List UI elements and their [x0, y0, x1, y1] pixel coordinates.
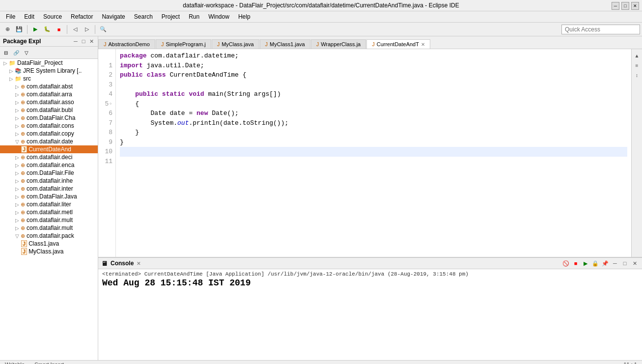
- tree-type-icon: ⊕: [21, 131, 25, 137]
- tree-item-17[interactable]: ▷⊕com.DataFlair.Java: [0, 193, 98, 200]
- tree-item-15[interactable]: ▷⊕com.dataflair.inhe: [0, 177, 98, 185]
- console-pin-button[interactable]: 📌: [601, 259, 610, 268]
- tree-type-icon: ⊕: [21, 139, 25, 145]
- editor-tab-3[interactable]: JMyClass1.java: [260, 39, 310, 49]
- tree-item-label: com.dataflair.abst: [27, 83, 73, 90]
- console-minimize-button[interactable]: ─: [611, 259, 619, 268]
- toolbar-new-button[interactable]: ⊕: [2, 24, 13, 35]
- pe-link-button[interactable]: 🔗: [11, 48, 21, 57]
- tree-arrow-icon: ▷: [15, 218, 19, 223]
- editor-tab-0[interactable]: JAbstractionDemo: [98, 39, 155, 49]
- tree-item-16[interactable]: ▷⊕com.dataflair.inter: [0, 185, 98, 193]
- tree-item-21[interactable]: ▷⊕com.dataflair.mult: [0, 224, 98, 232]
- main-layout: Package Expl ─ □ ✕ ⊟ 🔗 ▽ ▷📁DataFlair_Pro…: [0, 36, 642, 360]
- window-controls: ─ □ ✕: [612, 2, 639, 10]
- menu-item-file[interactable]: File: [2, 12, 19, 21]
- console-stop-button[interactable]: ■: [571, 259, 580, 268]
- minimize-button[interactable]: ─: [612, 2, 619, 10]
- panel-close-button[interactable]: ✕: [88, 38, 95, 45]
- tree-item-label: com.DataFlair.Cha: [27, 114, 75, 121]
- editor-tab-2[interactable]: JMyClass.java: [212, 39, 259, 49]
- toolbar-separator-3: [95, 25, 95, 34]
- tab-close-icon[interactable]: ✕: [421, 42, 425, 47]
- tree-type-icon: 📁: [15, 76, 22, 82]
- tree-item-22[interactable]: ▽⊕com.dataflair.pack: [0, 232, 98, 240]
- menu-item-project[interactable]: Project: [158, 12, 184, 21]
- console-icon: 🖥: [101, 260, 108, 267]
- tree-item-label: Class1.java: [28, 240, 59, 247]
- toolbar-stop-button[interactable]: ■: [54, 24, 64, 35]
- menu-item-help[interactable]: Help: [234, 12, 254, 21]
- editor-tab-5[interactable]: JCurrentDateAndT✕: [366, 39, 430, 49]
- tree-item-2[interactable]: ▷📁src: [0, 75, 98, 83]
- tree-item-14[interactable]: ▷⊕com.DataFlair.File: [0, 169, 98, 177]
- pe-collapse-button[interactable]: ⊟: [1, 48, 11, 57]
- tree-item-label: com.dataflair.mult: [27, 224, 73, 231]
- right-sidebar-btn-1[interactable]: ▲: [633, 51, 642, 60]
- tree-item-0[interactable]: ▷📁DataFlair_Project: [0, 59, 98, 67]
- tree-type-icon: ⊕: [21, 91, 25, 98]
- toolbar-back-button[interactable]: ◁: [70, 24, 81, 35]
- toolbar-debug-button[interactable]: 🐛: [42, 24, 53, 35]
- console-scroll-lock-button[interactable]: 🔒: [591, 259, 600, 268]
- tree-item-8[interactable]: ▷⊕com.dataflair.cons: [0, 122, 98, 130]
- toolbar-forward-button[interactable]: ▷: [82, 24, 92, 35]
- menu-item-source[interactable]: Source: [39, 12, 66, 21]
- console-run-button[interactable]: ▶: [581, 259, 590, 268]
- tree-item-13[interactable]: ▷⊕com.dataflair.enca: [0, 161, 98, 169]
- tree-item-24[interactable]: JMyClass.java: [0, 248, 98, 255]
- maximize-button[interactable]: □: [621, 2, 629, 10]
- tree-item-7[interactable]: ▷⊕com.DataFlair.Cha: [0, 114, 98, 122]
- tree-arrow-icon: ▽: [15, 139, 19, 144]
- tree-item-1[interactable]: ▷📚JRE System Library [..: [0, 67, 98, 75]
- tree-item-label: com.dataflair.enca: [27, 162, 74, 168]
- menu-item-navigate[interactable]: Navigate: [98, 12, 129, 21]
- tree-type-icon: J: [21, 248, 27, 255]
- console-maximize-button[interactable]: □: [620, 259, 629, 268]
- tree-item-label: com.dataflair.copy: [27, 130, 74, 137]
- tree-item-label: com.dataflair.mult: [27, 217, 73, 224]
- tree-type-icon: ⊕: [21, 178, 25, 184]
- tree-item-11[interactable]: JCurrentDateAnd: [0, 145, 98, 153]
- panel-minimize-button[interactable]: ─: [72, 38, 79, 45]
- tree-arrow-icon: ▷: [15, 115, 19, 121]
- tree-item-5[interactable]: ▷⊕com.dataflair.asso: [0, 98, 98, 106]
- tree-item-10[interactable]: ▽⊕com.dataflair.date: [0, 138, 98, 145]
- tree-item-6[interactable]: ▷⊕com.dataflair.bubl: [0, 106, 98, 114]
- tree-item-3[interactable]: ▷⊕com.dataflair.abst: [0, 83, 98, 90]
- tree-item-9[interactable]: ▷⊕com.dataflair.copy: [0, 130, 98, 138]
- editor-tab-1[interactable]: JSimpleProgram.j: [156, 39, 211, 49]
- tree-type-icon: J: [21, 146, 27, 153]
- pe-filter-button[interactable]: ▽: [22, 48, 31, 57]
- tree-item-19[interactable]: ▷⊕com.dataflair.metl: [0, 208, 98, 216]
- toolbar-run-button[interactable]: ▶: [30, 24, 41, 35]
- right-sidebar-btn-3[interactable]: ↕: [633, 71, 642, 80]
- menu-item-refactor[interactable]: Refactor: [67, 12, 97, 21]
- panel-maximize-button[interactable]: □: [80, 38, 87, 45]
- tree-arrow-icon: ▷: [15, 131, 19, 137]
- menu-item-search[interactable]: Search: [130, 12, 157, 21]
- right-sidebar-btn-2[interactable]: ≡: [633, 61, 642, 70]
- tree-arrow-icon: ▷: [15, 108, 19, 113]
- right-sidebar: ▲ ≡ ↕: [631, 49, 642, 257]
- tree-item-12[interactable]: ▷⊕com.dataflair.deci: [0, 153, 98, 161]
- menu-item-window[interactable]: Window: [204, 12, 233, 21]
- console-close-button[interactable]: ✕: [630, 259, 639, 268]
- menu-item-run[interactable]: Run: [185, 12, 203, 21]
- console-clear-button[interactable]: 🚫: [561, 259, 570, 268]
- code-editor: 1 2 3 4 5◦ 6 7 8 9 10 11 package com.dat…: [98, 49, 642, 257]
- tree-item-18[interactable]: ▷⊕com.dataflair.liter: [0, 200, 98, 208]
- tree-item-23[interactable]: JClass1.java: [0, 240, 98, 248]
- tree-item-label: com.dataflair.date: [27, 138, 73, 145]
- tree-arrow-icon: ▷: [15, 225, 19, 231]
- menu-item-edit[interactable]: Edit: [20, 12, 38, 21]
- quick-access-input[interactable]: [561, 25, 640, 34]
- tree-item-20[interactable]: ▷⊕com.dataflair.mult: [0, 216, 98, 224]
- toolbar-save-button[interactable]: 💾: [14, 24, 25, 35]
- code-content[interactable]: package com.dataflair.datetime; import j…: [116, 49, 631, 257]
- close-button[interactable]: ✕: [631, 2, 639, 10]
- tree-item-4[interactable]: ▷⊕com.dataflair.arra: [0, 90, 98, 98]
- toolbar-search-button[interactable]: 🔍: [98, 24, 109, 35]
- editor-tab-4[interactable]: JWrapperClass.ja: [311, 39, 366, 49]
- tree-arrow-icon: ▷: [15, 194, 19, 199]
